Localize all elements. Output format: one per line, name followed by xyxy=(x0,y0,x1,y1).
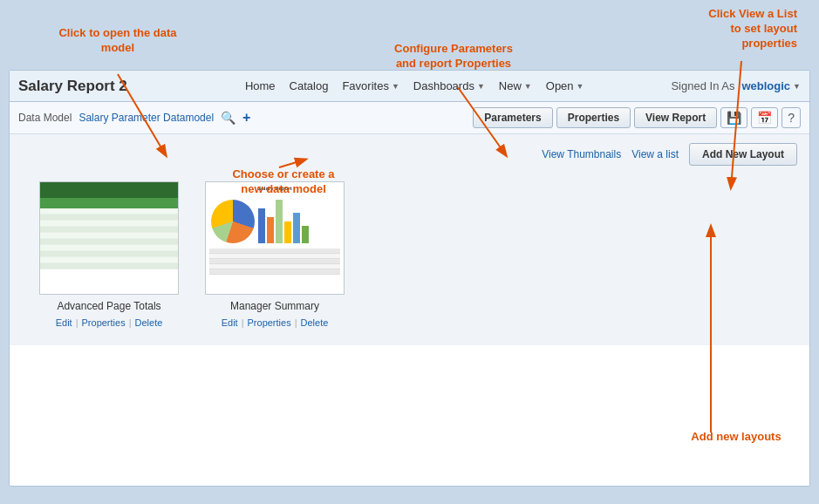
arrow-add-layouts xyxy=(0,0,819,504)
